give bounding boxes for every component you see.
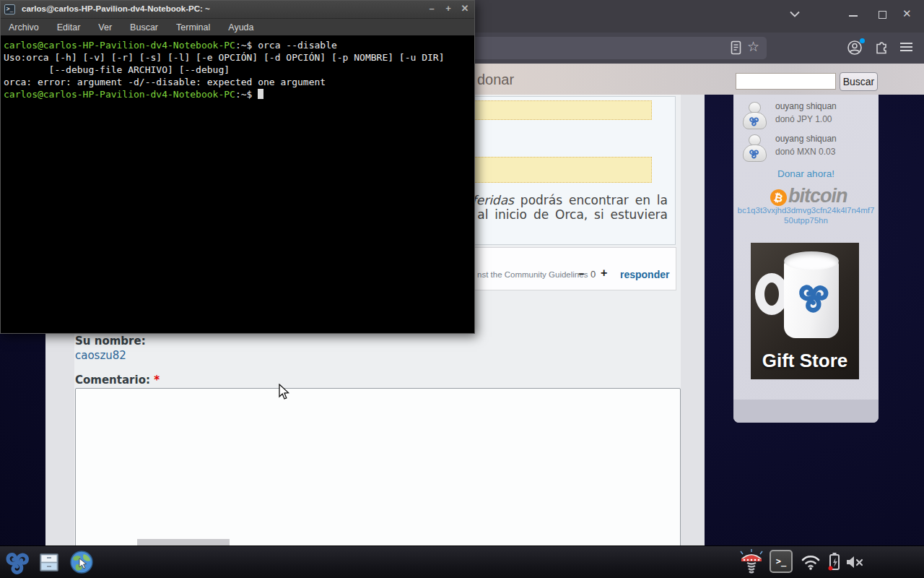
browser-close-button[interactable]: ✕ [902, 7, 912, 20]
reply-link[interactable]: responder [620, 269, 669, 280]
extensions-icon[interactable] [874, 40, 889, 55]
terminal-output[interactable]: carlos@carlos-HP-Pavilion-dv4-Notebook-P… [1, 35, 474, 100]
terminal-prompt-line: carlos@carlos-HP-Pavilion-dv4-Notebook-P… [4, 88, 474, 100]
name-value-link[interactable]: caoszu82 [75, 349, 126, 362]
comment-label: Comentario: * [75, 374, 160, 387]
bitcoin-wordmark: bitcoin [788, 185, 847, 207]
menu-terminal[interactable]: Terminal [170, 21, 217, 34]
terminal-app-icon: >_ [4, 4, 15, 14]
battery-tray-icon[interactable] [826, 551, 843, 573]
site-search-button[interactable]: Buscar [840, 72, 878, 91]
donor-name: ouyang shiquan [775, 101, 837, 111]
terminal-line: orca: error: argument -d/--disable: expe… [4, 76, 474, 88]
required-mark: * [154, 374, 160, 387]
donor-amount: donó MXN 0.03 [775, 147, 835, 157]
page-heading-fragment: donar [477, 72, 514, 88]
menu-editar[interactable]: Editar [51, 21, 87, 34]
browser-minimize-button[interactable] [849, 15, 858, 17]
bitcoin-address[interactable]: bc1q3t3vxjhd3dmvg3cfn24k4l7n4mf7 50utpp7… [733, 206, 879, 225]
terminal-title: carlos@carlos-HP-Pavilion-dv4-Notebook-P… [22, 4, 210, 13]
menu-archivo[interactable]: Archivo [2, 21, 45, 34]
gift-store-banner[interactable]: Gift Store [751, 243, 859, 379]
orca-logo-icon [797, 280, 830, 314]
mouse-cursor [279, 384, 290, 400]
terminal-line: Uso:orca [-h] [-v] [-r] [-s] [-l] [-e OP… [4, 51, 474, 64]
sidebar-footer [733, 400, 879, 423]
browser-status-fragment [137, 539, 230, 545]
menu-ver[interactable]: Ver [92, 21, 118, 34]
menu-ayuda[interactable]: Ayuda [222, 21, 260, 34]
awning-spring-tray-icon[interactable] [738, 547, 765, 576]
gift-store-label: Gift Store [751, 350, 859, 372]
browser-maximize-button[interactable] [879, 11, 886, 19]
name-label: Su nombre: [75, 335, 146, 348]
applications-menu-orca-icon[interactable] [4, 549, 30, 575]
donor-name: ouyang shiquan [775, 134, 837, 144]
donor-avatar [743, 102, 767, 131]
donor-avatar [743, 134, 767, 163]
web-browser-icon[interactable] [69, 550, 94, 574]
terminal-menu-bar: Archivo Editar Ver Buscar Terminal Ayuda [1, 19, 474, 35]
guidelines-text-fragment[interactable]: nst the Community Guidelines [477, 270, 588, 279]
volume-muted-tray-icon[interactable] [846, 555, 865, 569]
reader-mode-icon[interactable] [731, 40, 741, 55]
terminal-line: carlos@carlos-HP-Pavilion-dv4-Notebook-P… [4, 39, 474, 51]
terminal-window[interactable]: >_ carlos@carlos-HP-Pavilion-dv4-Noteboo… [0, 0, 475, 334]
terminal-title-bar[interactable]: >_ carlos@carlos-HP-Pavilion-dv4-Noteboo… [1, 1, 474, 19]
site-search-input[interactable] [736, 73, 836, 90]
file-manager-icon[interactable] [38, 551, 61, 574]
vote-down-button[interactable]: − [578, 267, 585, 280]
terminal-launcher-icon[interactable]: >_ [770, 550, 793, 573]
vote-up-button[interactable]: + [601, 267, 607, 280]
account-notification-dot [860, 38, 865, 43]
terminal-close-button[interactable]: ✕ [458, 3, 471, 14]
desktop: ✕ ☆ donar Buscar es preferidas podrás en… [0, 0, 924, 578]
vote-count: 0 [590, 269, 596, 280]
terminal-minimize-button[interactable]: – [425, 3, 438, 14]
list-tabs-chevron-icon[interactable] [790, 11, 800, 17]
donor-amount: donó JPY 1.00 [775, 114, 832, 124]
donate-now-link[interactable]: Donar ahora! [733, 168, 879, 179]
terminal-line: [--debug-file ARCHIVO] [--debug] [4, 64, 474, 76]
orca-logo-icon [749, 116, 759, 126]
orca-logo-icon [749, 148, 759, 159]
bookmark-star-icon[interactable]: ☆ [747, 38, 759, 55]
wifi-tray-icon[interactable] [800, 553, 821, 571]
menu-buscar[interactable]: Buscar [123, 21, 165, 34]
menu-icon[interactable] [900, 43, 912, 44]
terminal-cursor [258, 89, 263, 99]
terminal-maximize-button[interactable]: + [442, 3, 455, 14]
